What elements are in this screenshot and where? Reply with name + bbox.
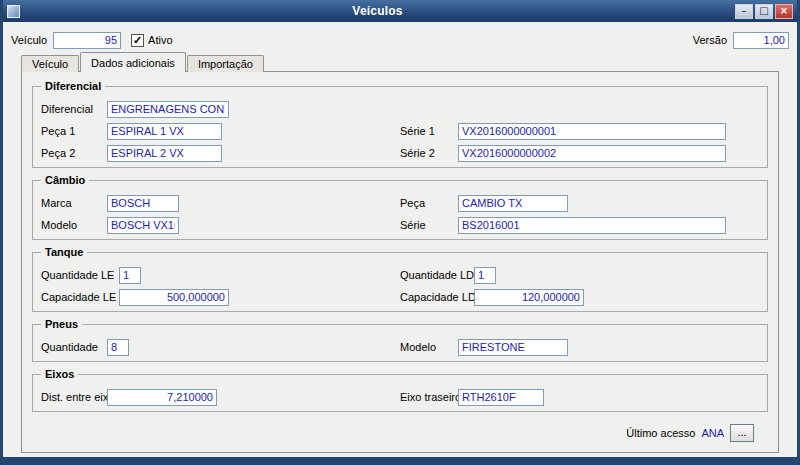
- peca-cambio-input[interactable]: [458, 195, 568, 212]
- serie1-label: Série 1: [400, 125, 458, 137]
- active-checkbox[interactable]: ✓: [131, 34, 144, 47]
- cap-le-label: Capacidade LE: [41, 291, 119, 303]
- qtd-pneus-input[interactable]: [107, 339, 129, 356]
- group-tanque: Tanque Quantidade LE Quantidade LD Capac…: [32, 252, 768, 312]
- dist-eixos-input[interactable]: [107, 389, 217, 406]
- qtd-ld-input[interactable]: [474, 267, 496, 284]
- eixo-traseiro-label: Eixo traseiro: [400, 391, 458, 403]
- cap-ld-label: Capacidade LD: [400, 291, 474, 303]
- serie-cambio-label: Série: [400, 219, 458, 231]
- eixo-traseiro-input[interactable]: [458, 389, 544, 406]
- last-access-row: Último acesso ANA ...: [32, 424, 768, 448]
- group-eixos-title: Eixos: [41, 368, 78, 380]
- qtd-pneus-label: Quantidade: [41, 341, 107, 353]
- vehicles-window: Veículos – □ × Veículo ✓ Ativo Versão Ve…: [0, 0, 800, 465]
- tab-page-dados-adicionais: Diferencial Diferencial Peça 1 Série 1: [21, 71, 779, 453]
- footer-button-bar: Despesas/Custos Confirmar Cancelar: [3, 453, 797, 465]
- peca2-input[interactable]: [107, 145, 222, 162]
- modelo-cambio-label: Modelo: [41, 219, 107, 231]
- peca2-label: Peça 2: [41, 147, 107, 159]
- qtd-le-input[interactable]: [119, 267, 141, 284]
- serie2-label: Série 2: [400, 147, 458, 159]
- close-button[interactable]: ×: [775, 4, 793, 19]
- serie2-input[interactable]: [458, 145, 726, 162]
- marca-input[interactable]: [107, 195, 179, 212]
- group-eixos: Eixos Dist. entre eixos Eixo traseiro: [32, 374, 768, 412]
- window-title: Veículos: [20, 4, 735, 18]
- last-access-browse-button[interactable]: ...: [730, 424, 754, 442]
- serie-cambio-input[interactable]: [458, 217, 726, 234]
- last-access-value: ANA: [701, 427, 724, 439]
- modelo-cambio-input[interactable]: [107, 217, 179, 234]
- window-icon[interactable]: [7, 5, 20, 18]
- minimize-button[interactable]: –: [735, 4, 753, 19]
- active-checkbox-wrap: ✓ Ativo: [131, 34, 172, 47]
- tab-importacao[interactable]: Importação: [187, 55, 264, 72]
- active-label: Ativo: [148, 34, 172, 46]
- peca1-label: Peça 1: [41, 125, 107, 137]
- group-tanque-title: Tanque: [41, 246, 87, 258]
- qtd-le-label: Quantidade LE: [41, 269, 119, 281]
- dist-eixos-label: Dist. entre eixos: [41, 391, 107, 403]
- vehicle-input[interactable]: [53, 32, 121, 49]
- cap-le-input[interactable]: [119, 289, 229, 306]
- maximize-button[interactable]: □: [755, 4, 773, 19]
- peca-cambio-label: Peça: [400, 197, 458, 209]
- last-access-label: Último acesso: [626, 427, 695, 439]
- group-diferencial: Diferencial Diferencial Peça 1 Série 1: [32, 86, 768, 168]
- diferencial-label: Diferencial: [41, 103, 107, 115]
- modelo-pneus-label: Modelo: [400, 341, 458, 353]
- group-pneus: Pneus Quantidade Modelo: [32, 324, 768, 362]
- serie1-input[interactable]: [458, 123, 726, 140]
- title-bar[interactable]: Veículos – □ ×: [3, 0, 797, 22]
- group-diferencial-title: Diferencial: [41, 80, 105, 92]
- tab-strip: Veículo Dados adicionais Importação: [3, 52, 797, 72]
- vehicle-label: Veículo: [11, 34, 47, 46]
- qtd-ld-label: Quantidade LD: [400, 269, 474, 281]
- group-pneus-title: Pneus: [41, 318, 82, 330]
- window-controls: – □ ×: [735, 4, 793, 19]
- tab-veiculo[interactable]: Veículo: [21, 55, 79, 72]
- group-cambio: Câmbio Marca Peça Modelo Série: [32, 180, 768, 240]
- tab-dados-adicionais[interactable]: Dados adicionais: [80, 52, 186, 72]
- version-input[interactable]: [733, 32, 789, 49]
- header-row: Veículo ✓ Ativo Versão: [3, 22, 797, 52]
- group-cambio-title: Câmbio: [41, 174, 89, 186]
- cap-ld-input[interactable]: [474, 289, 584, 306]
- modelo-pneus-input[interactable]: [458, 339, 568, 356]
- peca1-input[interactable]: [107, 123, 222, 140]
- marca-label: Marca: [41, 197, 107, 209]
- version-label: Versão: [693, 34, 727, 46]
- diferencial-input[interactable]: [107, 101, 229, 118]
